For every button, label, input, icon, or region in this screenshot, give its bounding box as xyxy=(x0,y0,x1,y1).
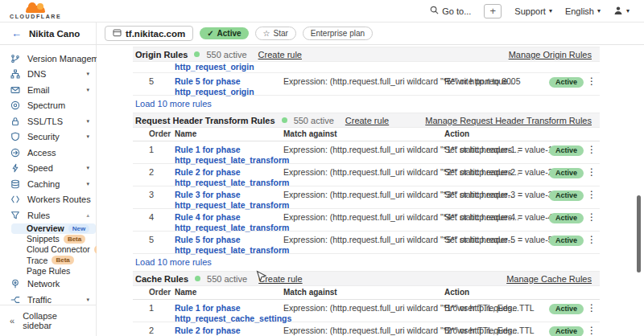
sidebar-item-version-management[interactable]: Version Management xyxy=(0,51,96,67)
rule-name-link[interactable]: http_request_origin xyxy=(175,62,254,72)
sidebar-subitem-trace[interactable]: TraceBeta xyxy=(0,255,96,265)
brand-name: CLOUDFLARE xyxy=(10,14,61,19)
rule-name-link[interactable]: Rule 2 for phasehttp_request_late_transf… xyxy=(175,167,283,187)
manage-rules-link[interactable]: Manage Origin Rules xyxy=(509,50,592,59)
rule-name-line2: http_request_origin xyxy=(175,87,283,97)
kebab-menu-icon[interactable]: ⋮ xyxy=(584,326,599,335)
rule-row: 1Rule 1 for phasehttp_request_cache_sett… xyxy=(133,300,600,322)
status-cell: Active xyxy=(549,326,584,336)
kebab-menu-icon[interactable]: ⋮ xyxy=(584,212,599,222)
column-header-name: Name xyxy=(175,129,283,138)
drag-handle[interactable] xyxy=(133,76,149,86)
active-status-dot xyxy=(195,276,200,281)
manage-rules-link[interactable]: Manage Request Header Transform Rules xyxy=(425,116,592,125)
section-header: Cache Rules550 activeCreate ruleManage C… xyxy=(133,271,600,286)
sidebar-item-label: Security xyxy=(27,132,60,141)
language-menu[interactable]: English ▾ xyxy=(565,6,601,16)
star-button[interactable]: ☆ Star xyxy=(255,27,296,40)
manage-rules-link[interactable]: Manage Cache Rules xyxy=(506,274,592,284)
cloudflare-cloud-icon xyxy=(26,6,45,13)
rule-name-line1: Rule 4 for phase xyxy=(175,212,283,223)
kebab-menu-icon[interactable]: ⋮ xyxy=(584,303,599,313)
drag-handle[interactable] xyxy=(133,235,149,244)
sidebar-item-email[interactable]: Email▾ xyxy=(0,82,96,98)
support-menu[interactable]: Support ▾ xyxy=(514,6,552,16)
collapse-sidebar-button[interactable]: « Collapse sidebar xyxy=(0,305,96,336)
domain-selector[interactable]: tf.nikitac.com xyxy=(105,26,193,41)
section-title: Cache Rules xyxy=(135,274,188,284)
support-label: Support xyxy=(514,6,546,16)
sidebar-subitem-cloud-connector[interactable]: Cloud ConnectorBeta xyxy=(0,244,96,255)
action-cell: Rewrite port to 8005 xyxy=(444,76,549,86)
kebab-menu-icon[interactable]: ⋮ xyxy=(584,167,599,177)
sidebar-subitem-snippets[interactable]: SnippetsBeta xyxy=(0,234,96,244)
access-icon xyxy=(10,148,21,158)
rule-name-link[interactable]: Rule 5 for phasehttp_request_origin xyxy=(175,76,283,96)
email-icon xyxy=(10,85,21,95)
zone-header-bar: ← Nikita Cano tf.nikitac.com ✓ Active ☆ … xyxy=(0,23,644,45)
cloudflare-logo[interactable]: CLOUDFLARE xyxy=(10,3,61,19)
section-header: Request Header Transform Rules550 active… xyxy=(133,113,600,128)
kebab-menu-icon[interactable]: ⋮ xyxy=(584,235,599,244)
rule-row: 5Rule 5 for phasehttp_request_late_trans… xyxy=(133,232,600,254)
status-badge: Active xyxy=(549,191,584,201)
drag-handle[interactable] xyxy=(133,145,149,154)
sidebar-item-caching[interactable]: Caching▾ xyxy=(0,176,96,192)
sidebar-item-network[interactable]: Network xyxy=(0,276,96,292)
zone-status-badge: ✓ Active xyxy=(200,27,248,39)
drag-handle[interactable] xyxy=(133,303,149,313)
create-rule-link[interactable]: Create rule xyxy=(345,116,389,125)
drag-handle[interactable] xyxy=(133,190,149,199)
shield-icon xyxy=(10,132,21,141)
sidebar-subitem-page-rules[interactable]: Page Rules xyxy=(0,265,96,276)
sidebar-item-access[interactable]: Access xyxy=(0,145,96,161)
rule-name-link[interactable]: Rule 2 for phasehttp_request_cache_setti… xyxy=(175,326,283,336)
back-arrow-icon[interactable]: ← xyxy=(11,27,22,39)
sidebar-item-spectrum[interactable]: Spectrum xyxy=(0,98,96,114)
rule-name-link[interactable]: Rule 1 for phasehttp_request_late_transf… xyxy=(175,145,283,165)
rule-row-partial: http_request_origin xyxy=(133,62,600,73)
kebab-menu-icon[interactable]: ⋮ xyxy=(584,76,599,86)
sidebar-item-ssl-tls[interactable]: SSL/TLS▾ xyxy=(0,113,96,129)
kebab-menu-icon[interactable]: ⋮ xyxy=(584,190,599,199)
sidebar-subitem-overview[interactable]: OverviewNew xyxy=(11,223,96,234)
sidebar-item-security[interactable]: Security▾ xyxy=(0,129,96,145)
sidebar-item-dns[interactable]: DNS▾ xyxy=(0,67,96,83)
drag-handle[interactable] xyxy=(133,167,149,177)
top-navigation-bar: CLOUDFLARE Go to... + Support ▾ English … xyxy=(0,0,644,23)
action-summary: Browser TTL, Edge TTL xyxy=(444,325,535,335)
table-header-row: OrderNameMatch againstAction xyxy=(133,128,600,141)
sidebar-item-label: DNS xyxy=(27,69,46,79)
account-header: ← Nikita Cano xyxy=(0,23,97,44)
load-more-link[interactable]: Load 10 more rules xyxy=(135,99,212,109)
order-cell: 4 xyxy=(149,212,175,222)
goto-search[interactable]: Go to... xyxy=(430,6,471,16)
drag-handle[interactable] xyxy=(133,212,149,222)
drag-handle[interactable] xyxy=(133,326,149,335)
chevron-down-icon: ▾ xyxy=(86,297,89,303)
order-cell: 2 xyxy=(149,326,175,335)
status-badge: Active xyxy=(549,236,584,246)
search-icon xyxy=(430,6,439,16)
sidebar-item-label: Speed xyxy=(27,163,53,173)
collapse-label: Collapse sidebar xyxy=(23,311,86,330)
action-summary: Set static header-4 = value-4 xyxy=(444,211,553,222)
user-menu[interactable]: ▾ xyxy=(613,6,630,17)
create-rule-link[interactable]: Create rule xyxy=(258,274,302,284)
rule-name-link[interactable]: Rule 5 for phasehttp_request_late_transf… xyxy=(175,235,283,255)
top-nav-links: Go to... + Support ▾ English ▾ ▾ xyxy=(430,4,630,18)
scrollbar-thumb[interactable] xyxy=(637,195,641,272)
rule-name-link[interactable]: Rule 4 for phasehttp_request_late_transf… xyxy=(175,212,283,232)
kebab-menu-icon[interactable]: ⋮ xyxy=(584,145,599,154)
load-more-link[interactable]: Load 10 more rules xyxy=(135,257,212,267)
rule-name-line1: Rule 2 for phase xyxy=(175,167,283,178)
sidebar-item-rules[interactable]: Rules▴ xyxy=(0,207,96,223)
rule-name-link[interactable]: Rule 3 for phasehttp_request_late_transf… xyxy=(175,190,283,210)
add-button[interactable]: + xyxy=(484,4,502,18)
create-rule-link[interactable]: Create rule xyxy=(258,50,302,59)
sidebar-item-speed[interactable]: Speed▾ xyxy=(0,161,96,177)
action-cell: Set static header-2 = value-2 xyxy=(444,167,549,177)
sidebar-item-workers-routes[interactable]: Workers Routes xyxy=(0,192,96,208)
rule-name-link[interactable]: Rule 1 for phasehttp_request_cache_setti… xyxy=(175,303,283,323)
table-header-row: OrderNameMatch againstAction xyxy=(133,286,600,300)
